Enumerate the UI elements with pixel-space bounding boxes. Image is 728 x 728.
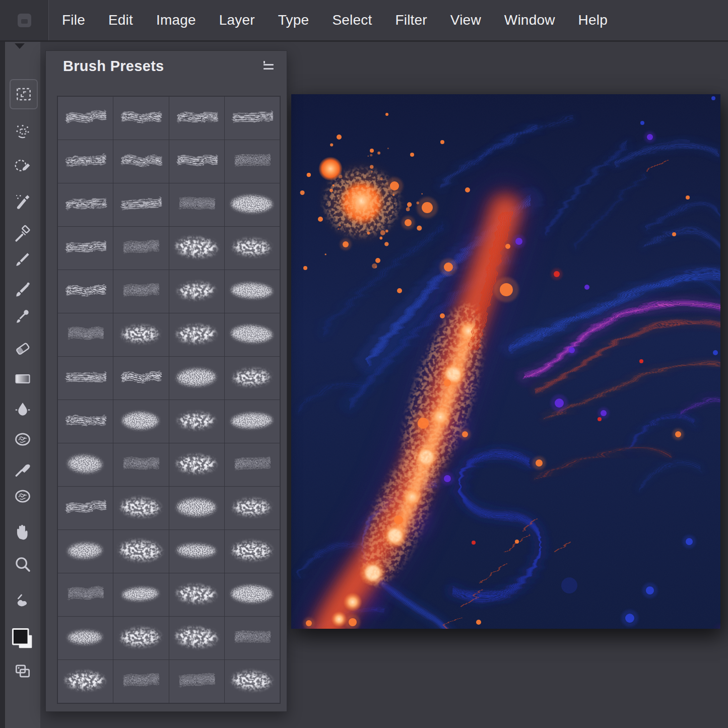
- canvas[interactable]: [291, 94, 720, 629]
- brush-preset-12[interactable]: [225, 183, 280, 226]
- scribble-icon: [13, 487, 32, 506]
- brush-preset-22[interactable]: [113, 313, 168, 356]
- color-swatches[interactable]: [12, 628, 34, 650]
- brush-preset-2[interactable]: [113, 97, 168, 140]
- brush-preset-43[interactable]: [169, 530, 224, 573]
- brush-preset-54[interactable]: [113, 660, 168, 703]
- brush-preset-49[interactable]: [58, 617, 113, 659]
- brush-preset-8[interactable]: [225, 140, 280, 183]
- lasso-tool[interactable]: [12, 121, 34, 143]
- brush-preset-21[interactable]: [58, 313, 113, 356]
- brush-preset-50[interactable]: [113, 617, 168, 659]
- collapse-arrow-icon[interactable]: [15, 43, 25, 49]
- water-drop-icon: [13, 400, 32, 419]
- clone-stamp-tool[interactable]: [12, 223, 34, 245]
- brush-preset-32[interactable]: [225, 400, 280, 443]
- menu-item-window[interactable]: Window: [504, 12, 555, 28]
- zoom-tool[interactable]: [12, 553, 34, 575]
- brush-preset-15[interactable]: [169, 227, 224, 270]
- brush-preset-13[interactable]: [58, 227, 113, 270]
- menu-item-layer[interactable]: Layer: [219, 12, 255, 28]
- menu-item-edit[interactable]: Edit: [108, 12, 133, 28]
- brush-preset-14[interactable]: [113, 227, 168, 270]
- brush-preset-29[interactable]: [58, 400, 113, 443]
- brush-preset-20[interactable]: [225, 270, 280, 313]
- brush-preset-36[interactable]: [225, 443, 280, 486]
- mini-brush-icon: [13, 591, 32, 610]
- brush-preset-34[interactable]: [113, 443, 168, 486]
- dodge-tool[interactable]: [12, 457, 34, 480]
- brush-preset-26[interactable]: [113, 357, 168, 400]
- brush-thumbnail: [169, 530, 224, 573]
- brush-preset-5[interactable]: [58, 140, 113, 183]
- brush-preset-30[interactable]: [113, 400, 168, 443]
- swatches-icon: [12, 626, 34, 651]
- brush-thumbnail: [113, 140, 168, 183]
- screen-mode-toggle[interactable]: [12, 660, 34, 682]
- brush-preset-25[interactable]: [58, 357, 113, 400]
- brush-preset-44[interactable]: [225, 530, 280, 573]
- brush-preset-33[interactable]: [58, 443, 113, 486]
- menu-item-file[interactable]: File: [62, 12, 85, 28]
- brush-preset-11[interactable]: [169, 183, 224, 226]
- brush-preset-23[interactable]: [169, 313, 224, 356]
- brush-preset-35[interactable]: [169, 443, 224, 486]
- marquee-tool[interactable]: [10, 79, 38, 109]
- menu-item-type[interactable]: Type: [278, 12, 309, 28]
- brush-preset-45[interactable]: [58, 573, 113, 616]
- menu-item-select[interactable]: Select: [332, 12, 372, 28]
- brush-preset-31[interactable]: [169, 400, 224, 443]
- brush-preset-7[interactable]: [169, 140, 224, 183]
- brush-preset-3[interactable]: [169, 97, 224, 140]
- sponge-tool[interactable]: [12, 485, 34, 507]
- hand-tool[interactable]: [12, 520, 34, 543]
- brush-preset-16[interactable]: [225, 227, 280, 270]
- brush-preset-42[interactable]: [113, 530, 168, 573]
- brush-thumbnail: [113, 443, 168, 486]
- smudge-tool[interactable]: [12, 428, 34, 450]
- brush-preset-4[interactable]: [225, 97, 280, 140]
- selection-brush-tool[interactable]: [12, 155, 34, 177]
- app-icon[interactable]: [18, 14, 31, 27]
- brush-preset-28[interactable]: [225, 357, 280, 400]
- brush-preset-9[interactable]: [58, 183, 113, 226]
- brush-thumbnail: [225, 400, 280, 443]
- brush-preset-41[interactable]: [58, 530, 113, 573]
- menu-item-view[interactable]: View: [450, 12, 481, 28]
- menu-item-help[interactable]: Help: [578, 12, 608, 28]
- brush-preset-18[interactable]: [113, 270, 168, 313]
- gradient-tool[interactable]: [12, 368, 34, 390]
- brush-preset-48[interactable]: [225, 573, 280, 616]
- brush-preset-53[interactable]: [58, 660, 113, 703]
- brush-preset-55[interactable]: [169, 660, 224, 703]
- scribble-icon: [13, 430, 32, 449]
- brush-preset-51[interactable]: [169, 617, 224, 659]
- brush-preset-24[interactable]: [225, 313, 280, 356]
- healing-brush-tool[interactable]: [12, 190, 34, 213]
- menu-item-image[interactable]: Image: [156, 12, 196, 28]
- brush-tool[interactable]: [12, 248, 34, 271]
- brush-preset-38[interactable]: [113, 487, 168, 530]
- menu-item-filter[interactable]: Filter: [395, 12, 427, 28]
- brush-preset-52[interactable]: [225, 617, 280, 659]
- brush-preset-1[interactable]: [58, 97, 113, 140]
- brush-preset-47[interactable]: [169, 573, 224, 616]
- brush-thumbnail: [58, 443, 113, 486]
- brush-preset-37[interactable]: [58, 487, 113, 530]
- brush-preset-40[interactable]: [225, 487, 280, 530]
- brush-preset-27[interactable]: [169, 357, 224, 400]
- brush-preset-56[interactable]: [225, 660, 280, 703]
- panel-menu-icon[interactable]: [263, 64, 274, 72]
- eraser-tool[interactable]: [12, 338, 34, 360]
- mixer-brush-tool[interactable]: [12, 589, 34, 612]
- brush-preset-46[interactable]: [113, 573, 168, 616]
- brush-thumbnail: [113, 227, 168, 270]
- brush-preset-39[interactable]: [169, 487, 224, 530]
- blur-tool[interactable]: [12, 398, 34, 420]
- pencil-brush-tool[interactable]: [12, 305, 34, 327]
- brush-preset-17[interactable]: [58, 270, 113, 313]
- brush-preset-10[interactable]: [113, 183, 168, 226]
- brush-preset-19[interactable]: [169, 270, 224, 313]
- brush-preset-6[interactable]: [113, 140, 168, 183]
- paintbrush-tool[interactable]: [12, 279, 34, 301]
